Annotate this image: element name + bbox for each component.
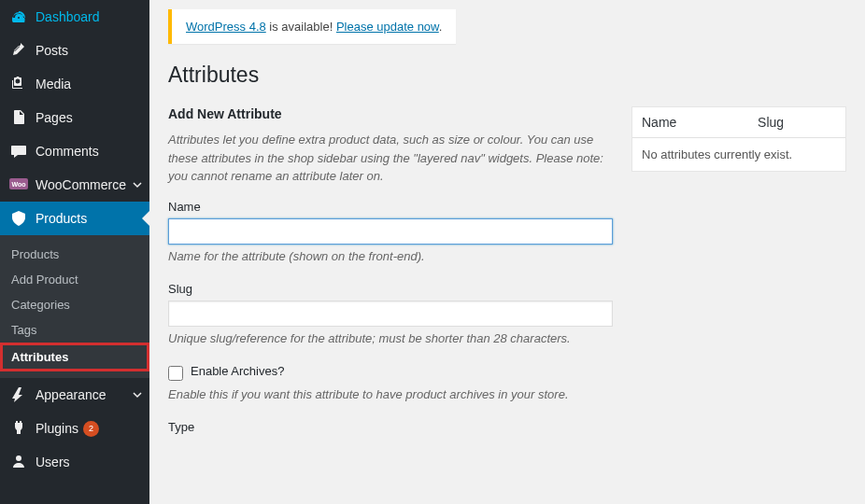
slug-field: Slug Unique slug/reference for the attri…	[168, 282, 613, 345]
dashboard-icon	[9, 7, 28, 26]
sidebar-label: Pages	[35, 110, 73, 125]
wordpress-version-link[interactable]: WordPress 4.8	[186, 20, 266, 34]
slug-input[interactable]	[168, 301, 613, 327]
section-description: Attributes let you define extra product …	[168, 131, 613, 186]
slug-label: Slug	[168, 282, 613, 296]
sidebar-label: Users	[35, 455, 70, 469]
name-label: Name	[168, 200, 613, 214]
woo-icon: Woo	[9, 175, 28, 194]
submenu-attributes[interactable]: Attributes	[0, 343, 149, 371]
plugins-icon	[9, 419, 28, 438]
name-field: Name Name for the attribute (shown on th…	[168, 200, 613, 263]
appearance-icon	[9, 385, 28, 404]
archives-checkbox[interactable]	[168, 366, 183, 381]
admin-sidebar: Dashboard Posts Media Pages Comments Woo…	[0, 0, 149, 504]
sidebar-item-woocommerce[interactable]: Woo WooCommerce	[0, 168, 149, 202]
type-label: Type	[168, 420, 613, 434]
products-icon	[9, 209, 28, 228]
update-now-link[interactable]: Please update now	[336, 20, 439, 34]
table-header-name: Name	[632, 107, 748, 138]
sidebar-item-dashboard[interactable]: Dashboard	[0, 0, 149, 34]
page-icon	[9, 108, 28, 127]
sidebar-item-products[interactable]: Products	[0, 202, 149, 235]
sidebar-label: Posts	[35, 43, 68, 58]
submenu-products[interactable]: Products	[0, 242, 149, 267]
sidebar-label: Appearance	[35, 387, 106, 402]
main-content: WordPress 4.8 is available! Please updat…	[149, 0, 865, 504]
archives-label: Enable Archives?	[191, 364, 284, 378]
name-hint: Name for the attribute (shown on the fro…	[168, 249, 613, 263]
pin-icon	[9, 41, 28, 60]
table-header-slug: Slug	[748, 107, 845, 138]
sidebar-label: Products	[35, 211, 87, 226]
plugins-badge: 2	[83, 421, 99, 437]
update-notice: WordPress 4.8 is available! Please updat…	[168, 9, 456, 44]
submenu-add-product[interactable]: Add Product	[0, 267, 149, 292]
table-row: No attributes currently exist.	[632, 138, 845, 171]
comment-icon	[9, 142, 28, 161]
sidebar-item-posts[interactable]: Posts	[0, 34, 149, 67]
svg-text:Woo: Woo	[11, 181, 25, 188]
sidebar-label: Media	[35, 77, 71, 91]
chevron-down-icon	[133, 177, 142, 192]
add-attribute-form: Add New Attribute Attributes let you def…	[168, 106, 613, 453]
section-title: Add New Attribute	[168, 106, 613, 121]
attributes-table: Name Slug No attributes currently exist.	[631, 106, 846, 172]
users-icon	[9, 453, 28, 471]
sidebar-item-pages[interactable]: Pages	[0, 101, 149, 134]
notice-text: .	[439, 20, 443, 34]
sidebar-item-comments[interactable]: Comments	[0, 134, 149, 168]
media-icon	[9, 75, 28, 93]
archives-field: Enable Archives? Enable this if you want…	[168, 364, 613, 401]
sidebar-label: Dashboard	[35, 9, 100, 24]
sidebar-item-plugins[interactable]: Plugins 2	[0, 412, 149, 445]
empty-message: No attributes currently exist.	[632, 138, 845, 171]
notice-text: is available!	[266, 20, 336, 34]
page-title: Attributes	[168, 63, 846, 88]
attributes-table-wrap: Name Slug No attributes currently exist.	[631, 106, 846, 453]
name-input[interactable]	[168, 218, 613, 245]
type-field: Type	[168, 420, 613, 434]
sidebar-label: Comments	[35, 144, 99, 159]
submenu-categories[interactable]: Categories	[0, 292, 149, 317]
sidebar-label: WooCommerce	[35, 177, 126, 192]
sidebar-label: Plugins	[35, 421, 78, 436]
archives-hint: Enable this if you want this attribute t…	[168, 387, 613, 401]
submenu-tags[interactable]: Tags	[0, 317, 149, 343]
chevron-down-icon	[133, 387, 142, 402]
sidebar-item-media[interactable]: Media	[0, 67, 149, 101]
sidebar-item-users[interactable]: Users	[0, 445, 149, 479]
sidebar-item-appearance[interactable]: Appearance	[0, 378, 149, 412]
products-submenu: Products Add Product Categories Tags Att…	[0, 235, 149, 378]
slug-hint: Unique slug/reference for the attribute;…	[168, 331, 613, 345]
